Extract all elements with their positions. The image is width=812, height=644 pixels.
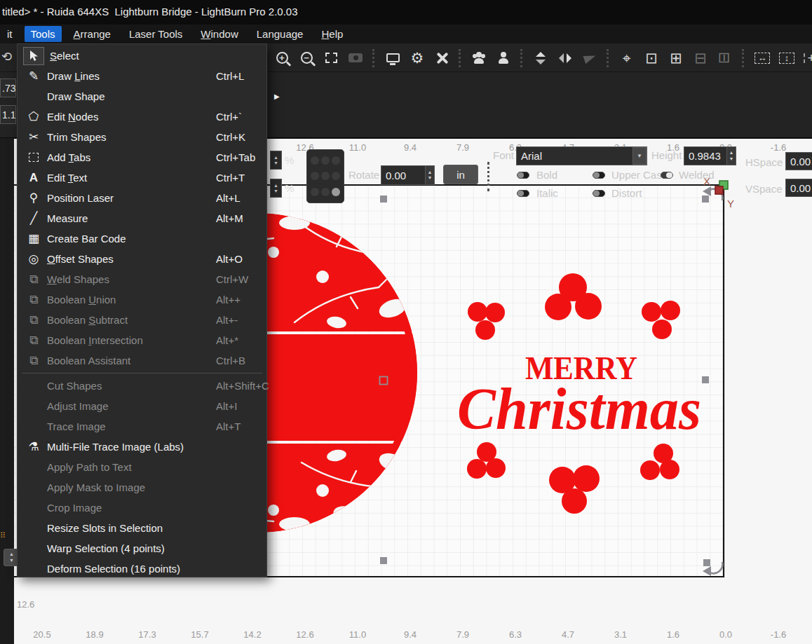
menu-item-apply-mask-to-image[interactable]: Apply Mask to Image	[18, 477, 266, 498]
menu-item-shortcut: Alt+-	[216, 314, 238, 326]
distribute-h-icon[interactable]: ⊟	[691, 49, 710, 67]
menu-item-shortcut: Ctrl+Tab	[216, 151, 255, 163]
vspace-input[interactable]: 0.00	[785, 179, 812, 197]
units-button[interactable]: in	[443, 165, 478, 184]
height-input[interactable]: 0.9843	[684, 146, 727, 165]
menu-item-add-tabs[interactable]: Add TabsCtrl+Tab	[18, 147, 266, 167]
dock-tool-icon[interactable]: ⠿	[0, 531, 7, 541]
toolbar-separator	[607, 49, 610, 67]
user-icon[interactable]	[494, 49, 513, 67]
menu-item-crop-image[interactable]: Crop Image	[18, 498, 266, 518]
dashed-square-icon	[23, 153, 44, 162]
spinner-arrows-icon[interactable]: ▲▼	[270, 179, 282, 198]
zoom-out-icon[interactable]: −	[297, 49, 316, 67]
menu-item-measure[interactable]: ╱MeasureAlt+M	[18, 208, 266, 228]
menu-item-shortcut: Alt+Shift+C	[216, 380, 269, 392]
distribute-v-icon[interactable]: ⊟	[716, 49, 734, 67]
font-dropdown-arrow-icon[interactable]: ▼	[632, 147, 647, 165]
menu-item-select[interactable]: Select	[18, 46, 266, 66]
height-input-partial[interactable]: 1.12	[0, 105, 16, 124]
weld-icon: ⧉	[23, 273, 44, 287]
menu-item-label: Boolean Intersection	[47, 334, 143, 346]
width-percent-spinner[interactable]: ▲▼ %	[270, 151, 294, 170]
zoom-in-icon[interactable]: +	[273, 49, 291, 67]
toolbar-grip[interactable]	[487, 162, 489, 191]
anchor-point-selector[interactable]	[306, 149, 344, 203]
menu-item-weld-shapes[interactable]: ⧉Weld ShapesCtrl+W	[18, 269, 266, 289]
focus-pointer-icon[interactable]: ⌖	[618, 49, 636, 67]
height-spinner-icon[interactable]: ▲▼	[726, 146, 736, 165]
menu-item-label: Offset Shapes	[47, 253, 114, 265]
menu-item-offset-shapes[interactable]: ◎Offset ShapesAlt+O	[18, 249, 266, 269]
menu-item-warp-selection-4-points[interactable]: Warp Selection (4 points)	[18, 538, 266, 559]
resize-height-icon[interactable]: ↕	[778, 49, 796, 67]
menu-item-create-bar-code[interactable]: ▦Create Bar Code	[18, 228, 266, 249]
menubar-item-tools[interactable]: Tools	[25, 26, 62, 42]
menu-item-boolean-assistant[interactable]: ⧉Boolean AssistantCtrl+B	[18, 350, 266, 371]
menu-item-cut-shapes[interactable]: Cut ShapesAlt+Shift+C	[18, 376, 266, 396]
menu-item-label: Edit Text	[47, 172, 87, 184]
frame-selection-icon[interactable]	[322, 49, 340, 67]
rotate-spinner-icon[interactable]: ▲▼	[425, 165, 435, 185]
mirror-vertical-icon[interactable]	[532, 49, 550, 67]
italic-toggle[interactable]	[517, 190, 529, 197]
ruler-tick-label: 11.0	[349, 629, 366, 640]
menubar-item-arrange[interactable]: Arrange	[67, 26, 117, 42]
menu-item-label: Measure	[47, 212, 88, 224]
menubar-item-it[interactable]: it	[1, 26, 19, 42]
toolbar-separator	[520, 49, 524, 67]
menu-item-label: Trim Shapes	[47, 131, 106, 143]
dock-bottom-icon[interactable]: ⊡	[642, 49, 661, 67]
menubar-item-language[interactable]: Language	[250, 26, 310, 42]
menu-item-trace-image[interactable]: Trace ImageAlt+T	[18, 416, 266, 437]
hspace-input[interactable]: 0.00	[785, 152, 812, 170]
menu-item-draw-lines[interactable]: ✎Draw LinesCtrl+L	[18, 66, 266, 86]
menu-item-shortcut: Alt+L	[216, 192, 241, 204]
team-icon[interactable]	[470, 49, 488, 67]
menu-item-deform-selection-16-points[interactable]: Deform Selection (16 points)	[18, 559, 266, 579]
pencil-icon: ✎	[23, 69, 44, 83]
rotate-input[interactable]: 0.00	[381, 165, 426, 185]
menu-item-apply-path-to-text[interactable]: Apply Path to Text	[18, 457, 266, 477]
menu-item-edit-text[interactable]: AEdit TextCtrl+T	[18, 167, 266, 188]
undo-icon[interactable]: ⟲	[1, 49, 14, 64]
width-input-partial[interactable]: .730	[0, 78, 16, 97]
offset-icon: ◎	[23, 252, 44, 266]
menubar-item-help[interactable]: Help	[315, 26, 349, 42]
title-bar: titled> * - Ruida 644XS Lightburn Bridge…	[0, 0, 812, 25]
menu-item-resize-slots-in-selection[interactable]: Resize Slots in Selection	[18, 518, 266, 538]
bold-toggle[interactable]	[517, 172, 529, 179]
font-combobox[interactable]: Arial	[516, 146, 647, 165]
screen-preview-icon[interactable]	[384, 49, 402, 67]
menu-item-boolean-subtract[interactable]: ⧉Boolean SubtractAlt+-	[18, 310, 266, 330]
menu-item-trim-shapes[interactable]: ✂Trim ShapesCtrl+K	[18, 127, 266, 147]
ruler-tick-label: 3.1	[614, 629, 627, 640]
menu-item-draw-shape[interactable]: Draw Shape▶	[18, 86, 266, 107]
boolean-icon: ⧉	[23, 354, 44, 368]
menu-item-multi-file-trace-image-labs[interactable]: ⚗Multi-File Trace Image (Labs)	[18, 437, 266, 457]
settings-tools-icon[interactable]	[433, 49, 451, 67]
dock-left-icon[interactable]: ⊞	[667, 49, 685, 67]
menubar-item-laser-tools[interactable]: Laser Tools	[123, 26, 189, 42]
machine-settings-icon[interactable]: ⚙	[408, 49, 426, 67]
welded-toggle[interactable]	[661, 172, 673, 179]
menu-item-position-laser[interactable]: ⚲Position LaserAlt+L	[18, 188, 266, 208]
menu-item-shortcut: Alt++	[216, 294, 241, 306]
spinner-arrows-icon[interactable]: ▲▼	[270, 151, 282, 170]
uppercase-toggle[interactable]	[593, 172, 605, 179]
menubar-item-window[interactable]: Window	[194, 26, 244, 42]
send-icon[interactable]	[581, 49, 599, 67]
height-percent-spinner[interactable]: ▲▼ %	[270, 179, 294, 198]
menu-item-boolean-intersection[interactable]: ⧉Boolean IntersectionAlt+*	[18, 330, 266, 350]
ruler-tick-label: 7.9	[456, 142, 469, 153]
menu-item-adjust-image[interactable]: Adjust ImageAlt+I	[18, 396, 266, 416]
resize-width-icon[interactable]: ↔	[753, 49, 771, 67]
ruler-tick-label: 14.2	[243, 629, 261, 640]
menu-item-boolean-union[interactable]: ⧉Boolean UnionAlt++	[18, 289, 266, 310]
camera-icon[interactable]	[346, 49, 365, 67]
nudge-icon[interactable]: +	[802, 49, 812, 67]
menu-item-edit-nodes[interactable]: ⬠Edit NodesCtrl+`	[18, 107, 266, 127]
ruler-tick-label: -1.6	[771, 629, 786, 640]
mirror-horizontal-icon[interactable]	[556, 49, 574, 67]
distort-toggle[interactable]	[593, 190, 605, 197]
